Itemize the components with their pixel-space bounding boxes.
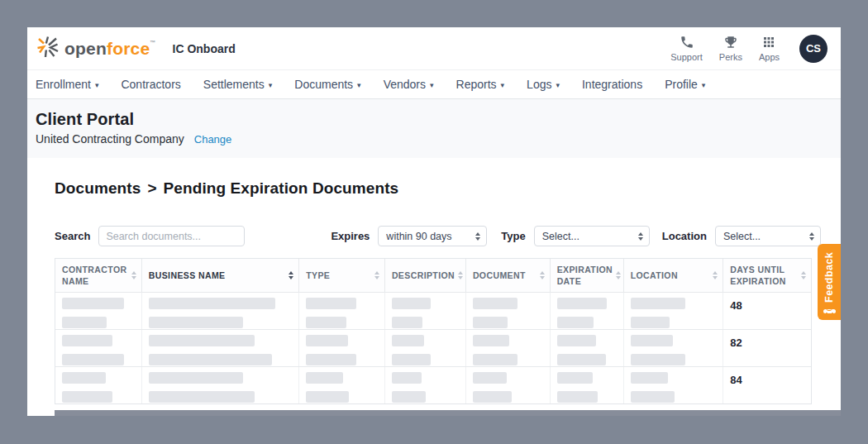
redaction-bar [62, 354, 124, 365]
column-header-type[interactable]: TYPE [299, 259, 385, 292]
redaction-bar [62, 372, 106, 384]
redaction-bar [557, 391, 598, 403]
chevron-down-icon: ▾ [556, 81, 560, 89]
redaction-bar [631, 372, 669, 384]
column-header-contractor-name[interactable]: CONTRACTOR NAME [55, 259, 142, 292]
redaction-bar [306, 317, 346, 328]
nav-item-vendors[interactable]: Vendors▾ [384, 78, 434, 91]
horizontal-scrollbar-thumb[interactable] [55, 410, 841, 416]
sort-icon[interactable] [540, 271, 545, 279]
table-row[interactable]: 82 [55, 329, 811, 366]
select-stepper-icon [809, 232, 814, 241]
redacted-cell [55, 293, 142, 329]
chevron-down-icon: ▾ [357, 81, 361, 89]
filter-bar: Search Expires within 90 days Type Selec… [55, 226, 841, 246]
redacted-cell [299, 293, 385, 329]
redacted-cell [142, 367, 300, 403]
documents-table: CONTRACTOR NAMEBUSINESS NAMETYPEDESCRIPT… [55, 258, 812, 404]
column-header-document[interactable]: DOCUMENT [466, 259, 551, 292]
nav-item-profile[interactable]: Profile▾ [665, 78, 705, 91]
search-input[interactable] [98, 226, 245, 246]
nav-item-documents[interactable]: Documents▾ [294, 78, 360, 91]
expires-select[interactable]: within 90 days [378, 226, 487, 246]
table-row[interactable]: 84 [55, 366, 811, 403]
select-stepper-icon [475, 232, 480, 241]
search-label: Search [55, 230, 90, 242]
sort-icon[interactable] [131, 271, 136, 279]
location-label: Location [662, 230, 707, 242]
perks-label: Perks [719, 52, 742, 62]
change-company-link[interactable]: Change [194, 133, 232, 146]
redacted-cell [551, 293, 624, 329]
nav-item-logs[interactable]: Logs▾ [527, 78, 560, 91]
sort-icon[interactable] [289, 271, 293, 279]
redaction-bar [149, 317, 244, 328]
redacted-cell [624, 293, 724, 329]
column-header-days-until-expiration[interactable]: DAYS UNTIL EXPIRATION [723, 259, 811, 292]
redaction-bar [62, 298, 124, 309]
nav-item-reports[interactable]: Reports▾ [456, 78, 505, 91]
redaction-bar [149, 354, 272, 365]
table-body: 488284 [55, 292, 811, 403]
sort-icon[interactable] [713, 271, 718, 279]
nav-item-integrations[interactable]: Integrations [582, 78, 642, 91]
column-header-business-name[interactable]: BUSINESS NAME [142, 259, 299, 292]
type-select[interactable]: Select... [534, 226, 650, 246]
redacted-cell [624, 330, 724, 366]
openforce-wordmark: openforce™ [64, 40, 156, 57]
app-window: openforce™ IC Onboard Support Perks [27, 27, 841, 416]
column-header-description[interactable]: DESCRIPTION [385, 259, 466, 292]
table-row[interactable]: 48 [55, 292, 811, 329]
top-bar: openforce™ IC Onboard Support Perks [27, 27, 841, 70]
company-name: United Contracting Company [36, 132, 184, 146]
breadcrumb-separator: > [141, 179, 163, 197]
location-select[interactable]: Select... [715, 226, 821, 246]
redaction-bar [306, 372, 343, 384]
redaction-bar [149, 298, 275, 309]
portal-title: Client Portal [36, 110, 832, 129]
redaction-bar [631, 354, 685, 365]
nav-item-contractors[interactable]: Contractors [121, 78, 180, 91]
redacted-cell [624, 367, 724, 403]
apps-button[interactable]: Apps [759, 35, 780, 62]
nav-item-enrollment[interactable]: Enrollment▾ [36, 78, 98, 91]
redaction-bar [392, 391, 425, 403]
column-header-location[interactable]: LOCATION [624, 259, 724, 292]
chevron-down-icon: ▾ [269, 81, 273, 89]
redaction-bar [392, 354, 431, 365]
openforce-logo-icon [36, 36, 59, 62]
redaction-bar [392, 372, 422, 384]
redaction-bar [473, 335, 509, 346]
feedback-button[interactable]: Feedback [818, 244, 841, 320]
page-title: Documents>Pending Expiration Documents [55, 179, 841, 198]
apps-label: Apps [759, 52, 780, 62]
perks-button[interactable]: Perks [719, 35, 742, 62]
redacted-cell [142, 330, 300, 366]
redaction-bar [62, 335, 112, 346]
redaction-bar [557, 372, 593, 384]
redaction-bar [473, 391, 512, 403]
support-button[interactable]: Support [670, 35, 703, 62]
redacted-cell [385, 293, 466, 329]
redaction-bar [557, 317, 594, 328]
redacted-cell [385, 367, 466, 403]
days-until-expiration-cell: 82 [723, 330, 811, 366]
chevron-down-icon: ▾ [702, 81, 706, 89]
sort-icon[interactable] [458, 271, 463, 279]
redacted-cell [142, 293, 300, 329]
trophy-icon [723, 35, 738, 50]
redacted-cell [466, 293, 551, 329]
user-avatar[interactable]: CS [799, 35, 827, 63]
column-header-expiration-date[interactable]: EXPIRATION DATE [551, 259, 624, 292]
nav-item-settlements[interactable]: Settlements▾ [203, 78, 272, 91]
openforce-logo[interactable]: openforce™ [36, 36, 156, 62]
redacted-cell [466, 330, 551, 366]
sort-icon[interactable] [374, 271, 379, 279]
redaction-bar [392, 298, 431, 309]
client-portal-band: Client Portal United Contracting Company… [27, 99, 841, 158]
sort-icon[interactable] [616, 271, 621, 279]
redaction-bar [392, 317, 422, 328]
redacted-cell [299, 367, 385, 403]
horizontal-scrollbar[interactable] [27, 410, 841, 416]
sort-icon[interactable] [801, 271, 806, 279]
